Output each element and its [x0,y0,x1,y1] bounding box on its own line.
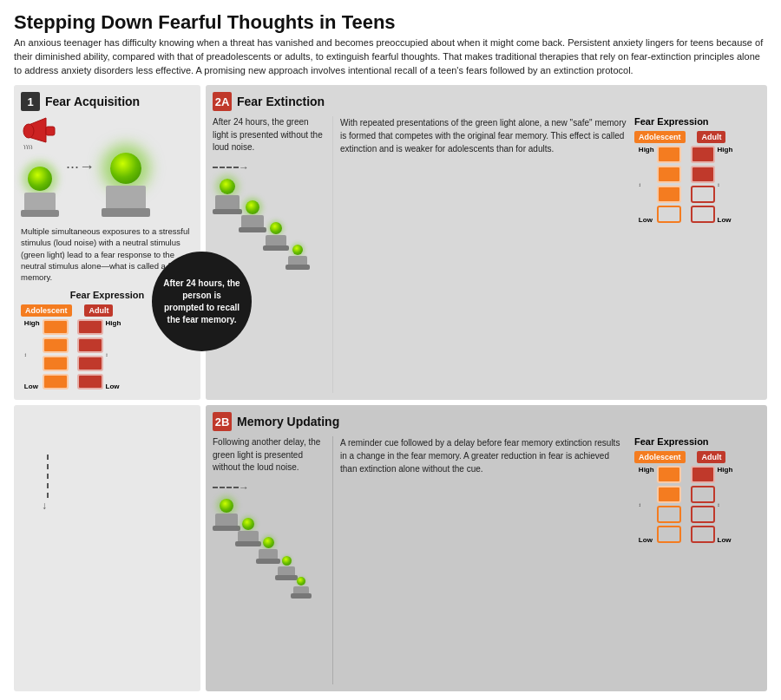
bar-2a-b1 [691,146,715,163]
page-title: Stepping Down Fearful Thoughts in Teens [14,12,767,33]
bar-1a-1 [43,319,69,335]
panel2a-body: After 24 hours, the green light is prese… [213,116,760,393]
pedestal-1 [24,193,56,210]
adult-bars-2b [691,466,715,543]
panel-fear-extinction: 2A Fear Extinction After 24 hours, the g… [206,85,767,400]
pedestal-scene-2 [102,153,150,217]
panel1-title: Fear Acquisition [45,95,140,108]
fear-expr-title-2a: Fear Expression [634,116,760,127]
green-light-2 [110,153,141,184]
bar-2a-b3 [691,186,715,203]
page-subtitle: An anxious teenager has difficulty knowi… [14,36,767,78]
horn-scene: )))) [22,116,58,149]
adult-bars-2a [691,146,715,223]
high-label-2ab: High [718,146,733,154]
bar-2a-a1 [657,146,681,163]
glow-2b-5 [297,577,305,586]
bar-2a-a3 [657,186,681,203]
bar-2a-a2 [657,166,681,183]
ped-step-1 [215,195,240,209]
panel2a-number: 2A [213,92,232,111]
pedestal-scene-1 [21,167,59,217]
adult-header-1: Adult [84,304,113,317]
panel2a-left: After 24 hours, the green light is prese… [213,116,325,393]
arrow-icon-2a: → [239,161,249,173]
bar-2b-b3 [691,506,715,523]
step-4 [285,245,310,270]
yaxis-adolescent-2b: High ↕ Low [639,466,654,544]
yaxis-adult-2b: High ↕ Low [718,466,733,544]
bar-2b-a4 [657,526,681,543]
row-1: 1 Fear Acquisition [14,85,767,400]
adult-chart-2b: High ↕ Low [691,466,733,544]
panel2b-right: Fear Expression Adolescent High ↕ Low [634,436,760,684]
glow-2b-2 [242,518,254,530]
panel2a-right: Fear Expression Adolescent High ↕ Low [634,116,760,393]
glow-step-1 [220,179,235,194]
glow-2b-1 [220,499,233,513]
ped-2b-4 [278,566,295,575]
low-label-2b: Low [639,536,654,544]
adolescent-header-2a: Adolescent [634,131,686,143]
panel2b-title: Memory Updating [237,415,339,429]
adolescent-bars-2a [657,146,681,223]
main-grid: 1 Fear Acquisition [14,85,767,691]
glow-step-4 [292,245,303,255]
dashed-vert [47,455,49,498]
adolescent-chart-2a: High ↕ Low [639,146,681,224]
low-label-2a: Low [639,216,654,224]
svg-point-1 [23,124,34,138]
yaxis-adult-2a: High ↕ Low [718,146,733,224]
dotted-arrow-2a: → [213,161,325,173]
adolescent-chart-1: High ↕ Low [24,319,69,390]
panel1-number: 1 [21,92,40,111]
panel2b-number: 2B [213,412,232,431]
ped-base-step-4 [285,265,310,270]
glow-2b-3 [263,537,274,548]
callout-space: ↓ [21,412,194,512]
yaxis-adolescent-2a: High ↕ Low [639,146,654,224]
adolescent-col-1: Adolescent High ↕ Low [21,304,72,390]
panel2b-body: Following another delay, the green light… [213,436,760,684]
dotted-arrow-2b: → [213,481,325,494]
ped-2b-5 [293,586,309,593]
bar-1a-2 [43,337,69,353]
adult-chart-1: High ↕ Low [77,319,121,390]
arrow-down-icon: ↓ [42,500,47,512]
bar-2a-b2 [691,166,715,183]
bar-2a-b4 [691,206,715,223]
acquisition-images: )))) ···→ [21,116,194,217]
low-label-1b: Low [106,383,121,390]
yaxis-adolescent-1: High ↕ Low [24,319,40,390]
bar-1b-1 [77,319,103,335]
bar-1a-4 [43,374,69,389]
high-label-1: High [24,319,40,327]
callout-circle: After 24 hours, the person is prompted t… [152,252,252,351]
adolescent-chart-2b: High ↕ Low [639,466,681,544]
ped-step-4 [288,256,307,265]
adult-bars-1 [77,319,103,389]
panel2b-center: A reminder cue followed by a delay befor… [332,436,627,684]
adult-chart-2a: High ↕ Low [691,146,733,224]
panel2b-right-text: A reminder cue followed by a delay befor… [340,436,627,475]
ped-base-step-1 [213,209,242,214]
high-label-1b: High [106,319,121,327]
panel2a-left-text: After 24 hours, the green light is prese… [213,116,325,154]
bar-2a-a4 [657,206,681,223]
adolescent-bars-2b [657,466,681,543]
step-1 [213,179,242,214]
panel1-bottom: ↓ [14,405,200,691]
adult-col-2a: Adult [691,131,733,224]
bar-2b-b2 [691,486,715,503]
fear-expr-title-2b: Fear Expression [634,436,760,447]
adolescent-bars-1 [43,319,69,389]
low-label-1: Low [24,383,40,390]
ped-step-2 [241,215,264,227]
fear-bars-2a: Adolescent High ↕ Low [634,131,760,224]
glow-step-2 [246,200,259,214]
panel-fear-acquisition: 1 Fear Acquisition [14,85,200,400]
green-light-1 [28,167,52,191]
row-2: ↓ 2B Memory Updating Following another d… [14,405,767,691]
panel2a-center: With repeated presentations of the green… [332,116,627,393]
panel2a-right-text: With repeated presentations of the green… [340,116,627,155]
